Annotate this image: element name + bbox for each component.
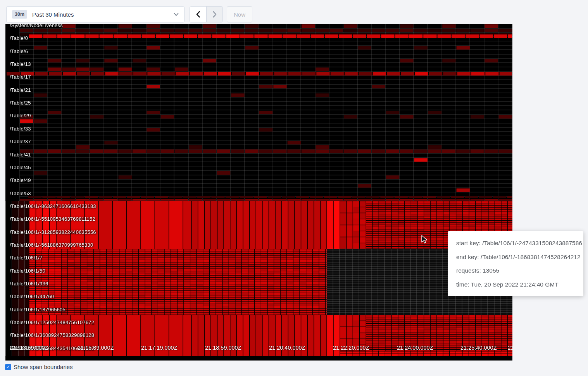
chevron-down-icon <box>174 13 179 16</box>
hover-tooltip: start key: /Table/106/1/-247433150824388… <box>448 231 583 296</box>
row-label: /Table/25 <box>10 100 31 106</box>
show-span-boundaries-checkbox[interactable]: ✓ <box>5 364 11 370</box>
row-label: /System/NodeLiveness <box>10 24 63 28</box>
time-preset-badge: 30m <box>12 10 27 19</box>
row-label: /Table/106/1/-8632471606610433183 <box>10 203 96 209</box>
time-tick-label: 21:17:19.000Z2022-09-20 <box>141 345 178 351</box>
time-tick-label: 21:24:00.000Z2022-09-20 <box>397 345 433 351</box>
tooltip-line: requests: 13055 <box>456 264 575 278</box>
row-label: /Table/13 <box>10 61 31 67</box>
row-label: /Table/106/1/936 <box>10 281 48 287</box>
row-label: /Table/106/1/44760 <box>10 294 54 299</box>
row-label: /Table/106/1/50 <box>10 268 45 274</box>
row-label: /Table/106/1/3608924758329898128 <box>10 332 94 338</box>
key-visualizer-page: 30m Past 30 Minutes Now /System/NodeLive… <box>0 0 588 376</box>
time-backward-button[interactable] <box>190 7 206 22</box>
time-tick-label: 21:15:39.000Z2022-09-20 <box>78 345 114 351</box>
time-tick-label: 21:22:20.000Z2022-09-20 <box>333 345 369 351</box>
row-label: /Table/106/1/1250247484756107672 <box>10 319 94 325</box>
time-forward-button[interactable] <box>206 7 222 22</box>
time-preset-label: Past 30 Minutes <box>32 11 174 18</box>
row-label: /Table/6 <box>10 48 28 54</box>
time-tick-label: 21:27:20.000Z2022-09-20 <box>508 345 512 351</box>
tooltip-line: time: Tue, 20 Sep 2022 21:24:40 GMT <box>456 278 575 292</box>
time-toolbar: 30m Past 30 Minutes Now <box>6 6 252 22</box>
key-visualizer-heatmap[interactable]: /System/NodeLiveness/Table/0/Table/6/Tab… <box>5 24 512 361</box>
row-label: /Table/53 <box>10 191 31 196</box>
row-label: /Table/37 <box>10 139 31 144</box>
show-span-boundaries-toggle[interactable]: ✓ Show span boundaries <box>5 364 73 370</box>
row-label: /Table/17 <box>10 74 31 80</box>
row-label: /Table/0 <box>10 35 28 41</box>
row-label: /Table/106/1/-561886370999765330 <box>10 242 93 248</box>
row-label: /Table/106/1/187965605 <box>10 307 66 312</box>
row-label: /Table/41 <box>10 152 31 158</box>
row-label: /Table/106/1/-3128593822440635556 <box>10 229 96 235</box>
show-span-boundaries-label: Show span boundaries <box>14 364 73 370</box>
time-nav-button-group <box>190 6 223 22</box>
now-button[interactable]: Now <box>227 6 252 22</box>
row-label: /Table/33 <box>10 126 31 132</box>
row-label: /Table/106/1/-5510953463769811152 <box>10 216 95 222</box>
row-label: /Table/106/1/7 <box>10 255 42 261</box>
heatmap-canvas[interactable] <box>5 24 512 361</box>
row-label: /Table/49 <box>10 177 31 183</box>
row-label: /Table/21 <box>10 87 31 93</box>
time-window-dropdown[interactable]: 30m Past 30 Minutes <box>6 6 185 22</box>
row-label: /Table/29 <box>10 113 31 118</box>
time-tick-label: 21:13:59.000Z2022-09-20 <box>12 345 48 351</box>
chevron-left-icon <box>196 11 200 18</box>
time-tick-label: 21:25:40.000Z2022-09-20 <box>460 345 497 351</box>
row-label: /Table/45 <box>10 165 31 170</box>
tooltip-line: end key: /Table/106/1/-18683814745282642… <box>456 250 575 264</box>
time-tick-label: 21:20:40.000Z2022-09-20 <box>269 345 305 351</box>
time-tick-label: 21:18:59.000Z2022-09-20 <box>205 345 241 351</box>
chevron-right-icon <box>212 11 217 18</box>
tooltip-line: start key: /Table/106/1/-247433150824388… <box>456 236 575 250</box>
